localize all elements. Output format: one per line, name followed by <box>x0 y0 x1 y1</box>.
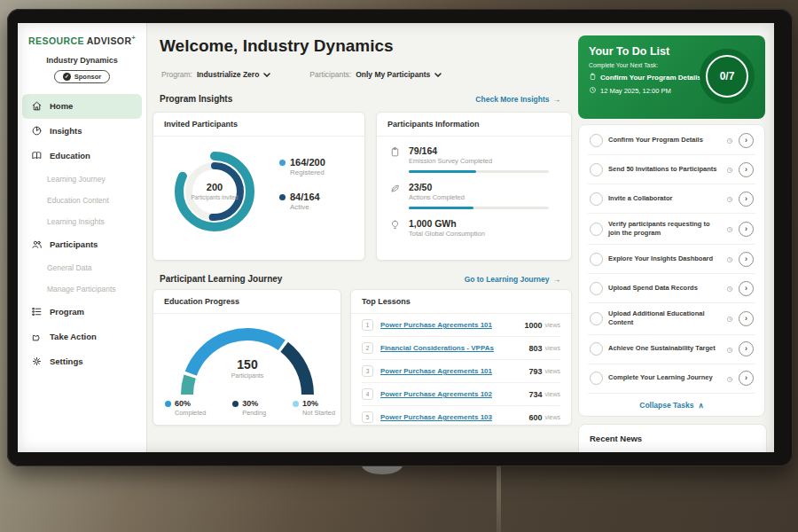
task-checkbox[interactable] <box>590 253 603 266</box>
chevron-right-icon[interactable]: › <box>739 252 754 267</box>
sidebar-nav: Home Insights Education Learning Journey… <box>18 94 146 374</box>
task-checkbox[interactable] <box>590 163 603 176</box>
top-lessons-card: Top Lessons 1 Power Purchase Agreements … <box>350 289 572 426</box>
sidebar-item-program[interactable]: Program <box>22 300 142 325</box>
gauge-center-label: Participants <box>168 372 327 379</box>
todo-task-list: Confirm Your Program Details › Send 50 I… <box>578 124 765 417</box>
lesson-link[interactable]: Financial Considerations - VPPAs <box>380 344 528 352</box>
info-progress-fill-1 <box>409 207 473 209</box>
chevron-right-icon[interactable]: › <box>739 133 754 148</box>
sidebar-item-learning-insights[interactable]: Learning Insights <box>18 211 146 232</box>
program-dropdown[interactable]: Program: Industrialize Zero <box>161 70 270 79</box>
task-row: Invite a Collaborator › <box>588 184 755 214</box>
chevron-right-icon[interactable]: › <box>739 281 754 296</box>
clock-icon <box>726 132 733 148</box>
chevron-right-icon[interactable]: › <box>739 341 754 356</box>
clock-icon <box>726 161 733 177</box>
go-to-learning-journey-link[interactable]: Go to Learning Journey → <box>465 275 560 284</box>
todo-progress-count: 0/7 <box>706 55 748 98</box>
todo-progress-ring: 0/7 <box>700 49 755 104</box>
lesson-link[interactable]: Power Purchase Agreements 101 <box>380 367 528 375</box>
arrow-right-icon: → <box>553 95 561 104</box>
chevron-down-icon <box>434 70 442 79</box>
clock-icon <box>726 341 733 357</box>
lesson-row: 4 Power Purchase Agreements 102 734 view… <box>362 382 560 405</box>
sidebar: RESOURCE ADVISOR+ Industry Dynamics ✓ Sp… <box>18 23 147 452</box>
sidebar-item-take-action[interactable]: Take Action <box>22 325 142 349</box>
lesson-row: 3 Power Purchase Agreements 101 793 view… <box>362 359 560 382</box>
education-gauge-chart: 150 Participants <box>168 317 327 398</box>
legend-registered: 164/200 Registered <box>279 157 325 176</box>
clipboard-icon <box>389 145 401 161</box>
clock-icon <box>726 251 733 267</box>
chevron-right-icon[interactable]: › <box>739 311 754 326</box>
lesson-link[interactable]: Power Purchase Agreements 103 <box>380 413 528 421</box>
donut-center-value: 200 <box>207 182 223 192</box>
gauge-center-value: 150 <box>168 357 327 372</box>
lightbulb-icon <box>389 218 401 234</box>
task-checkbox[interactable] <box>590 192 603 206</box>
lesson-link[interactable]: Power Purchase Agreements 101 <box>380 321 524 329</box>
task-checkbox[interactable] <box>590 372 603 385</box>
registered-dot <box>279 160 286 166</box>
task-row: Complete Your Learning Journey › <box>588 364 755 394</box>
invited-participants-card: Invited Participants 200 Participants In… <box>153 112 365 261</box>
legend-active: 84/164 Active <box>279 192 325 211</box>
task-checkbox[interactable] <box>590 282 603 295</box>
donut-center-label: Participants Invited <box>191 194 239 201</box>
sidebar-item-insights[interactable]: Insights <box>22 119 142 144</box>
task-row: Achieve One Sustainability Target › <box>588 335 755 364</box>
lesson-row: 1 Power Purchase Agreements 101 1000 vie… <box>362 314 560 336</box>
sidebar-item-general-data[interactable]: General Data <box>18 257 146 278</box>
next-task-due: 12 May 2025, 12:00 PM <box>589 86 702 96</box>
sidebar-item-education[interactable]: Education <box>22 144 142 168</box>
chevron-right-icon[interactable]: › <box>739 371 754 386</box>
task-row: Explore Your Insights Dashboard › <box>588 245 755 274</box>
lesson-row: 2 Financial Considerations - VPPAs 803 v… <box>362 336 560 359</box>
task-checkbox[interactable] <box>590 223 603 236</box>
sponsor-role-icon: ✓ <box>63 73 71 81</box>
dashboard-screen: RESOURCE ADVISOR+ Industry Dynamics ✓ Sp… <box>18 23 774 452</box>
task-row: Send 50 Invitations to Participants › <box>588 155 755 184</box>
sidebar-item-manage-participants[interactable]: Manage Participants <box>18 278 146 300</box>
collapse-tasks-link[interactable]: Collapse Tasks ∧ <box>588 394 755 414</box>
clipboard-icon <box>589 73 597 82</box>
participants-information-card: Participants Information 79/164 Emission… <box>376 112 572 261</box>
chevron-right-icon[interactable]: › <box>739 192 754 207</box>
chevron-right-icon[interactable]: › <box>739 222 754 237</box>
sidebar-item-settings[interactable]: Settings <box>22 349 142 374</box>
people-icon <box>31 239 43 250</box>
invited-donut-chart: 200 Participants Invited <box>166 143 263 240</box>
legend-pending: 30% Pending <box>232 399 266 417</box>
chevron-right-icon[interactable]: › <box>739 162 754 177</box>
chevron-up-icon: ∧ <box>699 401 704 410</box>
list-icon <box>31 306 43 317</box>
sidebar-item-education-content[interactable]: Education Content <box>18 190 146 211</box>
page-title: Welcome, Industry Dynamics <box>160 36 394 56</box>
not-started-dot <box>293 401 299 407</box>
donut-legend: 164/200 Registered 84/164 Active <box>279 157 325 226</box>
monitor-bezel: RESOURCE ADVISOR+ Industry Dynamics ✓ Sp… <box>7 9 793 466</box>
task-row: Upload Additional Educational Content › <box>588 303 755 334</box>
wall-edge-highlight <box>497 466 501 532</box>
legend-completed: 60% Completed <box>165 399 206 417</box>
arrow-right-icon: → <box>553 275 561 284</box>
participants-dropdown[interactable]: Participants: Only My Participants <box>309 70 442 79</box>
sponsor-badge: ✓ Sponsor <box>54 70 110 83</box>
sidebar-item-learning-journey[interactable]: Learning Journey <box>18 168 146 190</box>
home-icon <box>31 100 43 112</box>
program-insights-header: Program Insights Check More Insights → <box>160 94 560 104</box>
gauge-legend: 60% Completed 30% Pending 10% Not Starte… <box>165 399 335 417</box>
lesson-row: 5 Power Purchase Agreements 103 600 view… <box>362 405 560 428</box>
completed-dot <box>165 401 171 407</box>
learning-journey-header: Participant Learning Journey Go to Learn… <box>160 274 560 284</box>
task-checkbox[interactable] <box>590 342 603 356</box>
lesson-link[interactable]: Power Purchase Agreements 102 <box>380 390 528 398</box>
task-checkbox[interactable] <box>590 134 603 147</box>
pending-dot <box>232 401 239 407</box>
task-checkbox[interactable] <box>590 312 603 325</box>
sidebar-item-home[interactable]: Home <box>22 94 142 119</box>
book-icon <box>31 150 43 161</box>
check-more-insights-link[interactable]: Check More Insights → <box>475 95 560 104</box>
sidebar-item-participants[interactable]: Participants <box>22 232 142 257</box>
